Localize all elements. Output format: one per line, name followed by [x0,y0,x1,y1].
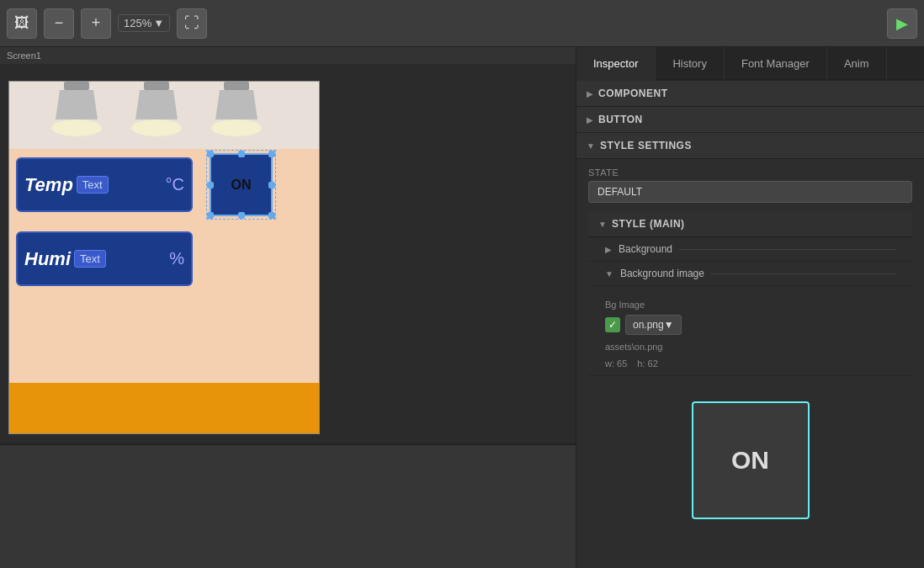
temp-label: Temp [24,174,73,196]
style-main-header[interactable]: ▼ STYLE (MAIN) [588,211,912,237]
lamp-shade-1 [56,90,98,119]
button-title: BUTTON [598,114,643,125]
image-name: on.png [633,319,664,331]
lamp-base-2 [144,82,169,90]
handle-ml [207,182,214,188]
scene-container: Temp Text °C ON [8,81,320,434]
button-section-header[interactable]: ▶ BUTTON [576,107,924,133]
image-select-dropdown[interactable]: on.png ▼ [625,315,682,335]
play-icon: ▶ [896,14,908,33]
humi-widget: Humi Text % [16,231,193,286]
zoom-out-icon: − [55,14,64,32]
temp-widget: Temp Text °C [16,157,193,212]
bg-image-label: Background image [620,268,704,279]
toolbar: 🖼 − + 125% ▼ ⛶ ▶ [0,0,924,47]
background-toggle-icon: ▶ [605,245,612,254]
zoom-dropdown-icon: ▼ [153,17,164,29]
style-settings-toggle-icon: ▼ [587,141,595,151]
zoom-control[interactable]: 125% ▼ [118,14,170,32]
bg-image-checkbox[interactable]: ✓ [605,317,620,332]
background-label: Background [619,243,672,255]
image-width: w: 65 [605,358,627,369]
state-row: STATE DEFAULT [588,167,912,203]
state-label: STATE [588,167,912,178]
background-line [679,249,895,250]
handle-tl [207,151,214,157]
lamp-shade-2 [135,90,178,119]
lamp-light-3 [211,119,262,136]
dropdown-arrow-icon: ▼ [664,319,674,331]
lamp-base-1 [64,82,89,90]
humi-unit: % [169,249,184,268]
tab-history[interactable]: History [656,47,724,79]
humi-text-box: Text [74,250,106,268]
lamp-light-2 [131,119,182,136]
style-settings-section-header[interactable]: ▼ STYLE SETTINGS [576,133,924,159]
style-main-title: STYLE (MAIN) [612,218,685,230]
lamp-2 [131,82,182,136]
state-value[interactable]: DEFAULT [588,181,912,203]
on-button-label: ON [231,178,252,193]
lamp-light-1 [51,119,102,136]
component-toggle-icon: ▶ [587,89,593,98]
bg-image-header-row: ▼ Background image [588,262,912,286]
tab-inspector[interactable]: Inspector [576,47,656,81]
bg-image-control-row: ✓ on.png ▼ [605,315,682,335]
lamp-1 [51,82,102,136]
temp-text-box: Text [77,176,109,194]
fullscreen-btn[interactable]: ⛶ [177,8,207,39]
image-height: h: 62 [637,358,657,369]
tab-anim[interactable]: Anim [827,47,887,79]
humi-label: Humi [24,248,71,270]
tabs-row: Inspector History Font Manager Anim [576,47,924,81]
fullscreen-icon: ⛶ [184,14,199,32]
play-button[interactable]: ▶ [887,8,917,39]
handle-bm [238,212,245,219]
handle-tr [268,151,275,157]
image-icon: 🖼 [14,14,29,32]
inspector-content: ▶ COMPONENT ▶ BUTTON ▼ STYLE SETTINGS ST… [576,81,924,568]
canvas-bottom-area [0,443,576,568]
style-settings-title: STYLE SETTINGS [600,140,692,151]
image-icon-btn[interactable]: 🖼 [7,8,37,39]
main-layout: Screen1 [0,47,924,568]
on-button[interactable]: ON [210,153,273,216]
zoom-out-btn[interactable]: − [44,8,74,39]
canvas-area: Screen1 [0,47,576,568]
button-toggle-icon: ▶ [587,115,593,125]
bg-image-toggle-icon: ▼ [605,269,613,279]
lamp-base-3 [224,82,249,90]
handle-tm [238,151,245,157]
zoom-in-btn[interactable]: + [81,8,111,39]
right-panel: Inspector History Font Manager Anim ▶ CO… [576,47,924,568]
button-preview-area: ON [588,385,912,536]
bg-image-sublabel: Bg Image [605,300,682,310]
button-preview: ON [692,401,810,519]
zoom-level-value: 125% [124,17,151,29]
image-dimensions: w: 65 h: 62 [605,358,682,369]
component-section-header[interactable]: ▶ COMPONENT [576,81,924,107]
temp-unit: °C [166,175,184,194]
bg-image-line [711,273,895,274]
handle-bl [207,212,214,219]
screen-label: Screen1 [0,47,576,64]
component-title: COMPONENT [598,88,668,99]
bg-image-section: ▼ Background image Bg Image ✓ on.png ▼ [588,262,912,376]
handle-br [268,212,275,219]
background-row: ▶ Background [588,237,912,262]
lamp-3 [211,82,262,136]
button-preview-text: ON [731,446,769,475]
floor [9,383,319,433]
style-settings-content: STATE DEFAULT ▼ STYLE (MAIN) ▶ Backgroun… [576,159,924,544]
tab-font-manager[interactable]: Font Manager [725,47,827,79]
handle-mr [268,182,275,188]
lamp-shade-3 [215,90,258,119]
canvas-viewport[interactable]: Temp Text °C ON [0,64,576,443]
zoom-in-icon: + [92,14,101,32]
bg-image-controls: Bg Image ✓ on.png ▼ assets\on.png w: 65 … [588,293,698,375]
style-main-toggle-icon: ▼ [598,220,607,229]
image-path: assets\on.png [605,340,682,353]
